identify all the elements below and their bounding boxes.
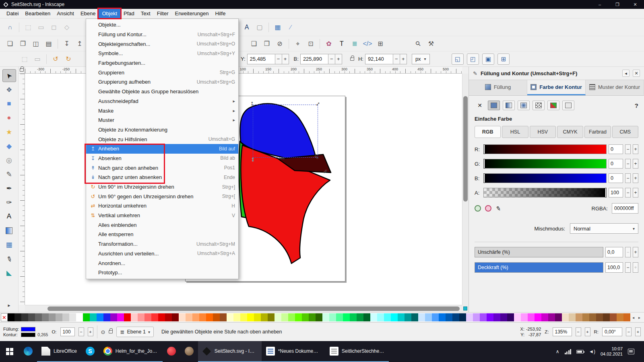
layer-visibility-icon[interactable]: ⊙ <box>101 329 105 335</box>
transform-stroke-toggle-icon[interactable]: ◱ <box>452 53 464 65</box>
find-icon[interactable]: ⚲ <box>412 38 424 50</box>
menu-item-nach-ganz-unten-absenken[interactable]: ↡Nach ganz unten absenkenEnde <box>86 173 238 182</box>
palette-swatch[interactable] <box>500 313 507 321</box>
palette-swatch[interactable] <box>528 313 535 321</box>
menu-item-objekte-zu-knotenmarkierung[interactable]: Objekte zu Knotenmarkierung <box>86 125 238 135</box>
palette-swatch[interactable] <box>42 313 49 321</box>
no-paint-button[interactable]: ✕ <box>475 101 485 110</box>
opacity-plus-button[interactable]: + <box>633 262 638 273</box>
y-minus-button[interactable]: − <box>275 54 282 64</box>
palette-swatch[interactable] <box>233 313 240 321</box>
horizontal-scrollbar[interactable] <box>25 305 462 312</box>
colorspace-tab-hsv[interactable]: HSV <box>530 126 556 138</box>
palette-swatch[interactable] <box>582 313 589 321</box>
palette-swatch[interactable] <box>268 313 275 321</box>
close-dialog-button[interactable]: ✕ <box>633 70 640 77</box>
palette-swatch[interactable] <box>165 313 172 321</box>
transform-pattern-toggle-icon[interactable]: ⊞ <box>497 53 510 65</box>
width-plus-button[interactable]: + <box>335 54 342 64</box>
palette-swatch[interactable] <box>357 313 363 321</box>
menu-item-nach-ganz-oben-anheben[interactable]: ↟Nach ganz oben anhebenPos1 <box>86 163 238 173</box>
blank-toggle-icon[interactable]: ▢ <box>254 21 266 33</box>
volume-icon[interactable]: ◄) <box>589 349 595 354</box>
palette-swatch[interactable] <box>446 313 452 321</box>
alpha-slider-minus-button[interactable]: − <box>625 188 631 197</box>
pattern-button[interactable] <box>533 101 545 110</box>
palette-swatch[interactable] <box>138 313 144 321</box>
snap-bbox-edge-icon[interactable]: ▭ <box>35 21 47 33</box>
red-slider-value[interactable]: 0 <box>609 144 623 154</box>
palette-swatch[interactable] <box>103 313 110 321</box>
tray-expand-icon[interactable]: ∧ <box>556 349 559 354</box>
palette-swatch[interactable] <box>617 313 623 321</box>
menu-item-vertikal-umkehren[interactable]: ⇅Vertikal umkehrenV <box>86 211 238 220</box>
menu-item-ausschneidepfad[interactable]: Ausschneidepfad▸ <box>86 97 238 106</box>
menu-item-absenken[interactable]: ↧AbsenkenBild ab <box>86 154 238 163</box>
new-document-icon[interactable]: ❏ <box>4 38 16 50</box>
calligraphy-tool[interactable]: ✑ <box>2 196 16 209</box>
palette-swatch[interactable] <box>124 313 131 321</box>
unit-dropdown[interactable]: px ▾ <box>412 54 430 64</box>
menu-hilfe[interactable]: Hilfe <box>212 9 229 18</box>
text-font-icon[interactable]: A <box>241 21 253 33</box>
object-opacity-minus-button[interactable]: − <box>78 327 84 336</box>
menu-pfad[interactable]: Pfad <box>120 9 138 18</box>
unknown-paint-button[interactable] <box>562 101 574 110</box>
palette-swatch[interactable] <box>83 313 90 321</box>
duplicate-icon[interactable]: ❑ <box>248 38 260 50</box>
palette-swatch[interactable] <box>466 313 473 321</box>
linear-gradient-button[interactable] <box>503 101 515 110</box>
palette-swatch[interactable] <box>35 313 42 321</box>
palette-swatch[interactable] <box>555 313 562 321</box>
vertical-ruler[interactable] <box>19 74 25 305</box>
palette-swatch[interactable] <box>405 313 411 321</box>
open-document-icon[interactable]: ❐ <box>17 38 29 50</box>
palette-swatch[interactable] <box>350 313 357 321</box>
palette-swatch[interactable] <box>391 313 398 321</box>
palette-swatch[interactable] <box>227 313 233 321</box>
palette-swatch[interactable] <box>90 313 97 321</box>
tab-fill[interactable]: Füllung <box>469 80 527 95</box>
height-minus-button[interactable]: − <box>393 54 400 64</box>
zoom-drawing-icon[interactable]: ⊡ <box>305 38 317 50</box>
palette-swatch[interactable] <box>370 313 377 321</box>
alpha-slider[interactable] <box>483 188 607 197</box>
no-color-swatch[interactable]: ✕ <box>1 313 8 321</box>
swatch-button[interactable] <box>547 101 559 110</box>
dock-button[interactable]: ◂ <box>622 70 630 77</box>
help-icon[interactable]: ? <box>635 102 638 109</box>
menu-item-objekteigenschaften[interactable]: Objekteigenschaften...Umschalt+Strg+O <box>86 39 238 49</box>
palette-scroll-left-icon[interactable]: ◂ <box>630 313 636 321</box>
preferences-icon[interactable]: ⚒ <box>425 38 437 50</box>
dropper-tool[interactable]: ✐ <box>2 252 16 265</box>
y-input[interactable]: 25,485 <box>247 54 275 64</box>
red-slider-plus-button[interactable]: + <box>633 144 638 154</box>
palette-swatch[interactable] <box>302 313 309 321</box>
palette-swatch[interactable] <box>192 313 199 321</box>
text-tool[interactable]: A <box>2 210 16 223</box>
print-icon[interactable]: ▤ <box>43 38 55 50</box>
start-button[interactable] <box>0 341 19 362</box>
palette-swatch[interactable] <box>336 313 343 321</box>
palette-swatch[interactable] <box>439 313 446 321</box>
guides-icon[interactable]: ∕ <box>285 21 297 33</box>
flat-color-button[interactable] <box>488 101 500 110</box>
palette-swatch[interactable] <box>541 313 548 321</box>
rotation-minus-button[interactable]: − <box>626 327 632 336</box>
palette-swatch[interactable] <box>213 313 220 321</box>
palette-swatch[interactable] <box>521 313 528 321</box>
battery-icon[interactable] <box>576 350 584 354</box>
align-icon[interactable]: ⊞ <box>374 38 386 50</box>
palette-swatch[interactable] <box>144 313 151 321</box>
palette-swatch[interactable] <box>309 313 316 321</box>
height-input[interactable]: 92,140 <box>365 54 393 64</box>
palette-swatch[interactable] <box>21 313 28 321</box>
menu-item-maske[interactable]: Maske▸ <box>86 106 238 115</box>
palette-swatch[interactable] <box>363 313 370 321</box>
menu-item-ausrichten-und-verteilen[interactable]: Ausrichten und verteilen...Umschalt+Strg… <box>86 249 238 259</box>
layers-icon[interactable]: ≣ <box>349 38 361 50</box>
horizontal-scrollbar-thumb[interactable] <box>47 306 460 311</box>
rotation-plus-button[interactable]: + <box>635 327 641 336</box>
menu-item-gruppierung-aufheben[interactable]: Gruppierung aufhebenUmschalt+Strg+G <box>86 77 238 87</box>
palette-swatch[interactable] <box>28 313 35 321</box>
